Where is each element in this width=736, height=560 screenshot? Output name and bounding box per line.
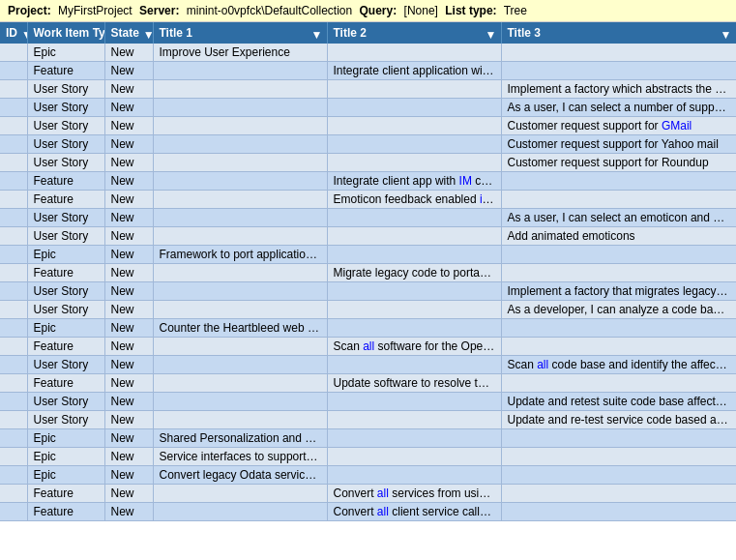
cell-title3: Customer request support for Roundup <box>501 154 736 172</box>
table-row: FeatureNewIntegrate client application w… <box>0 62 736 80</box>
cell-work-item-type: User Story <box>27 154 104 172</box>
table-row: User StoryNewAs a developer, I can analy… <box>0 301 736 319</box>
cell-state: New <box>104 374 153 393</box>
sort-icon-title1: ▼ <box>311 28 321 38</box>
cell-title3 <box>501 191 736 209</box>
col-header-wit[interactable]: Work Item Type ▼ <box>27 22 104 44</box>
cell-title3 <box>501 338 736 356</box>
cell-work-item-type: Feature <box>27 264 104 282</box>
cell-work-item-type: User Story <box>27 411 104 429</box>
col-header-title1[interactable]: Title 1 ▼ <box>153 22 327 44</box>
cell-title1 <box>153 374 327 393</box>
query-value: [None] <box>404 4 438 17</box>
cell-title3 <box>501 44 736 62</box>
cell-title3: As a developer, I can analyze a code bas… <box>501 301 736 319</box>
cell-title2 <box>327 448 501 466</box>
cell-id <box>0 172 27 191</box>
cell-title3 <box>501 319 736 338</box>
cell-title1: Counter the Heartbleed web security bug <box>153 319 327 338</box>
cell-title1 <box>153 282 327 301</box>
cell-title3: Customer request support for GMail <box>501 117 736 135</box>
cell-id <box>0 338 27 356</box>
cell-work-item-type: Feature <box>27 338 104 356</box>
cell-id <box>0 264 27 282</box>
col-header-id[interactable]: ID ▼ <box>0 22 27 44</box>
cell-state: New <box>104 393 153 411</box>
cell-title3 <box>501 429 736 448</box>
cell-title2 <box>327 301 501 319</box>
cell-title1: Framework to port applications to all de… <box>153 246 327 264</box>
cell-title2 <box>327 429 501 448</box>
cell-work-item-type: User Story <box>27 117 104 135</box>
table-row: EpicNewShared Personalization and state <box>0 429 736 448</box>
table-row: FeatureNewUpdate software to resolve the… <box>0 374 736 393</box>
cell-state: New <box>104 62 153 80</box>
table-row: FeatureNewMigrate legacy code to portabl… <box>0 264 736 282</box>
cell-state: New <box>104 154 153 172</box>
cell-state: New <box>104 44 153 62</box>
cell-title2 <box>327 209 501 227</box>
sort-icon-title3: ▼ <box>721 28 730 38</box>
cell-title3 <box>501 466 736 485</box>
cell-id <box>0 282 27 301</box>
cell-work-item-type: Feature <box>27 62 104 80</box>
cell-title1 <box>153 80 327 99</box>
cell-state: New <box>104 503 153 521</box>
cell-id <box>0 117 27 135</box>
cell-id <box>0 99 27 117</box>
cell-work-item-type: Feature <box>27 374 104 393</box>
table-row: EpicNewConvert legacy Odata service inte… <box>0 466 736 485</box>
cell-work-item-type: User Story <box>27 80 104 99</box>
cell-work-item-type: User Story <box>27 99 104 117</box>
cell-state: New <box>104 99 153 117</box>
cell-title1 <box>153 99 327 117</box>
cell-title1 <box>153 117 327 135</box>
cell-title3: Scan all code base and identify the affe… <box>501 356 736 374</box>
table-row: User StoryNewCustomer request support fo… <box>0 154 736 172</box>
cell-title2 <box>327 466 501 485</box>
cell-title2: Integrate client application with popula… <box>327 62 501 80</box>
table-row: FeatureNewEmoticon feedback enabled in c… <box>0 191 736 209</box>
table-row: User StoryNewCustomer request support fo… <box>0 135 736 154</box>
table-row: User StoryNewAs a user, I can select an … <box>0 209 736 227</box>
table-row: FeatureNewConvert all client service cal… <box>0 503 736 521</box>
cell-state: New <box>104 338 153 356</box>
col-header-title2[interactable]: Title 2 ▼ <box>327 22 501 44</box>
cell-state: New <box>104 246 153 264</box>
cell-title3: Implement a factory that migrates legacy… <box>501 282 736 301</box>
cell-state: New <box>104 264 153 282</box>
cell-work-item-type: Feature <box>27 485 104 503</box>
cell-title3: As a user, I can select an emoticon and … <box>501 209 736 227</box>
cell-title2 <box>327 356 501 374</box>
cell-title1: Convert legacy Odata service interfaces … <box>153 466 327 485</box>
cell-work-item-type: User Story <box>27 282 104 301</box>
cell-title2 <box>327 282 501 301</box>
col-header-state[interactable]: State ▼ <box>104 22 153 44</box>
table-row: User StoryNewUpdate and re-test service … <box>0 411 736 429</box>
col-header-title3[interactable]: Title 3 ▼ <box>501 22 736 44</box>
cell-title2 <box>327 227 501 246</box>
cell-work-item-type: User Story <box>27 209 104 227</box>
cell-title2: Convert all client service calls from us… <box>327 503 501 521</box>
cell-id <box>0 374 27 393</box>
cell-id <box>0 80 27 99</box>
table-row: FeatureNewIntegrate client app with IM c… <box>0 172 736 191</box>
table-row: FeatureNewScan all software for the Open… <box>0 338 736 356</box>
cell-id <box>0 448 27 466</box>
cell-title2 <box>327 99 501 117</box>
cell-work-item-type: Epic <box>27 246 104 264</box>
cell-title3 <box>501 503 736 521</box>
cell-title3 <box>501 374 736 393</box>
cell-title1 <box>153 356 327 374</box>
table-row: User StoryNewAs a user, I can select a n… <box>0 99 736 117</box>
sort-icon-state: ▼ <box>143 28 153 38</box>
cell-title3: Customer request support for Yahoo mail <box>501 135 736 154</box>
cell-title2 <box>327 319 501 338</box>
cell-title3 <box>501 172 736 191</box>
work-items-table-container: ID ▼ Work Item Type ▼ State ▼ <box>0 22 736 521</box>
cell-title3 <box>501 264 736 282</box>
cell-id <box>0 227 27 246</box>
cell-title2: Migrate legacy code to portable framewor… <box>327 264 501 282</box>
cell-state: New <box>104 429 153 448</box>
cell-id <box>0 154 27 172</box>
